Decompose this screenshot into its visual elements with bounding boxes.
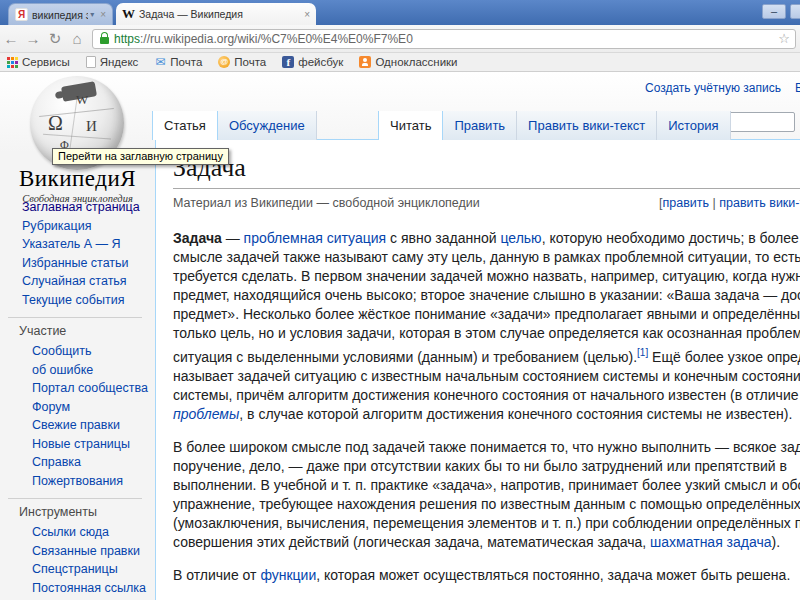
wiki-tab[interactable]: Читать — [378, 111, 443, 140]
section-edit-links: [править | править вики-текст] — [659, 193, 800, 213]
facebook-icon: f — [282, 56, 294, 68]
sidebar-link[interactable]: Заглавная страница — [22, 198, 150, 217]
sidebar-list: Сообщить об ошибкеПортал сообществаФорум… — [0, 342, 150, 490]
bookmark-label: Одноклассники — [375, 56, 457, 68]
sidebar-link[interactable]: Справка — [32, 453, 150, 472]
sidebar-link[interactable]: Свежие правки — [32, 416, 150, 435]
create-account-link[interactable]: Создать учётную запись — [645, 81, 781, 95]
sidebar-list: Ссылки сюдаСвязанные правкиСпецстраницыП… — [0, 523, 150, 600]
edit-wikitext-link[interactable]: править вики-текст — [719, 196, 800, 210]
logo-glyph-i: И — [86, 118, 97, 135]
sidebar-link[interactable]: Случайная статья — [22, 272, 150, 291]
tab-close-icon[interactable]: × — [100, 9, 106, 20]
sidebar-section-header: Инструменты — [0, 499, 150, 523]
bookmark-item[interactable]: Одноклассники — [359, 56, 457, 68]
sidebar-link[interactable]: Спецстраницы — [32, 560, 150, 579]
paragraph: В отличие от функции, которая может осущ… — [173, 566, 800, 585]
wiki-tab[interactable]: Статья — [152, 111, 218, 140]
sidebar-link[interactable]: Сообщить об ошибке — [32, 342, 150, 379]
grid-cell — [7, 57, 10, 60]
maximize-button[interactable] — [790, 4, 800, 19]
wiki-tab[interactable]: Обсуждение — [218, 111, 317, 140]
wiki-tab[interactable]: История — [657, 111, 730, 140]
browser-toolbar: ← → ↻ ⌂ https ://ru.wikipedia.org/wiki/%… — [0, 25, 800, 53]
back-icon[interactable]: ← — [0, 30, 22, 47]
article-subtitle: Материал из Википедии — свободной энцикл… — [173, 196, 480, 210]
grid-cell — [15, 61, 18, 64]
sidebar-link[interactable]: Связанные правки — [32, 542, 150, 561]
bookmark-item[interactable]: fфейсбук — [282, 56, 343, 68]
bookmark-label: фейсбук — [298, 56, 343, 68]
reload-icon[interactable]: ↻ — [44, 30, 66, 48]
sidebar-nav: Заглавная страницаРубрикацияУказатель А … — [0, 198, 150, 600]
wiki-link[interactable]: шахматная задача — [650, 534, 771, 550]
edit-link[interactable]: править — [662, 196, 709, 210]
bookmark-label: Почта — [170, 56, 202, 68]
grid-cell — [7, 65, 10, 68]
article-paragraphs: Задача — проблемная ситуация с явно зада… — [173, 229, 800, 600]
bookmark-label: Почта — [234, 56, 266, 68]
article-content: Задача Материал из Википедии — свободной… — [155, 139, 800, 600]
sidebar-link[interactable]: Пожертвования — [32, 472, 150, 491]
logo-tooltip: Перейти на заглавную страницу — [52, 148, 229, 165]
wikipedia-favicon-icon: W — [122, 8, 135, 21]
logo-glyph-omega: Ω — [48, 112, 63, 135]
sidebar-section-header: Участие — [0, 318, 150, 342]
sidebar-link[interactable]: Форум — [32, 398, 150, 417]
home-icon[interactable]: ⌂ — [66, 30, 88, 47]
mail-circle-icon: @ — [218, 56, 230, 68]
tab-close-icon[interactable]: × — [304, 9, 310, 20]
sidebar-link[interactable]: Портал сообщества — [32, 379, 150, 398]
wiki-link[interactable]: целью — [500, 230, 541, 246]
sidebar-link[interactable]: Новые страницы — [32, 435, 150, 454]
sidebar-list: Заглавная страницаРубрикацияУказатель А … — [0, 198, 150, 309]
sidebar-link[interactable]: Рубрикация — [22, 217, 150, 236]
login-link-partial[interactable]: В — [795, 81, 800, 95]
bookmark-label: Сервисы — [22, 56, 70, 68]
bookmark-item[interactable]: Сервисы — [6, 56, 70, 68]
forward-icon[interactable]: → — [22, 30, 44, 47]
sidebar-link[interactable]: Текущие события — [22, 291, 150, 310]
text-run: , которая может осуществляться постоянно… — [316, 567, 790, 583]
page-title: Задача — [173, 153, 800, 189]
wiki-tab[interactable]: Править — [443, 111, 517, 140]
wiki-link[interactable]: функции — [260, 567, 316, 583]
grid-cell — [11, 61, 14, 64]
logo-glyph-w: W — [76, 92, 88, 108]
chevron-down-icon[interactable]: ▾ — [90, 10, 94, 19]
reference-link[interactable]: [1] — [637, 347, 648, 358]
grid-cell — [11, 57, 14, 60]
address-bar[interactable]: https ://ru.wikipedia.org/wiki/%C7%E0%E4… — [92, 29, 796, 49]
bookmark-item[interactable]: ✉Почта — [154, 56, 202, 68]
tab-strip: Я википедия энциклопедия ▾ × W Задача — … — [0, 0, 800, 25]
sidebar-link[interactable]: Постоянная ссылка — [32, 579, 150, 598]
services-grid-icon — [6, 56, 18, 68]
bookmark-star-icon[interactable]: ☆ — [778, 31, 790, 46]
minimize-button[interactable]: – — [762, 4, 786, 19]
bookmark-item[interactable]: Яндекс — [86, 56, 139, 68]
namespace-tabs: СтатьяОбсуждение — [152, 111, 317, 140]
secure-lock-icon — [100, 37, 109, 44]
browser-tab-active[interactable]: W Задача — Википедия × — [116, 3, 316, 25]
url-scheme: https — [114, 32, 140, 46]
bookmark-label: Яндекс — [100, 56, 139, 68]
sidebar-link[interactable]: Ссылки сюда — [32, 523, 150, 542]
grid-cell — [15, 65, 18, 68]
browser-window: Я википедия энциклопедия ▾ × W Задача — … — [0, 0, 800, 600]
separator: | — [709, 196, 719, 210]
wiki-tab[interactable]: Править вики-текст — [517, 111, 657, 140]
bookmarks-bar: СервисыЯндекс✉Почта@ПочтаfфейсбукОднокла… — [0, 53, 800, 72]
wordmark-title: ВикипедиЯ — [0, 166, 155, 192]
ok-icon — [359, 56, 371, 68]
page-icon — [86, 56, 96, 68]
wiki-link[interactable]: проблемная ситуация — [244, 230, 387, 246]
text-run: с явно заданной — [386, 230, 500, 246]
view-tabs: ЧитатьПравитьПравить вики-текстИстория — [378, 111, 731, 140]
url-text: ://ru.wikipedia.org/wiki/%C7%E0%E4%E0%F7… — [140, 32, 774, 46]
sidebar-link[interactable]: Избранные статьи — [22, 254, 150, 273]
bookmark-item[interactable]: @Почта — [218, 56, 266, 68]
sidebar-link[interactable]: Указатель А — Я — [22, 235, 150, 254]
wiki-link[interactable]: проблемы — [173, 406, 239, 422]
browser-tab-inactive[interactable]: Я википедия энциклопедия ▾ × — [8, 3, 113, 25]
mail-envelope-icon: ✉ — [154, 56, 166, 68]
